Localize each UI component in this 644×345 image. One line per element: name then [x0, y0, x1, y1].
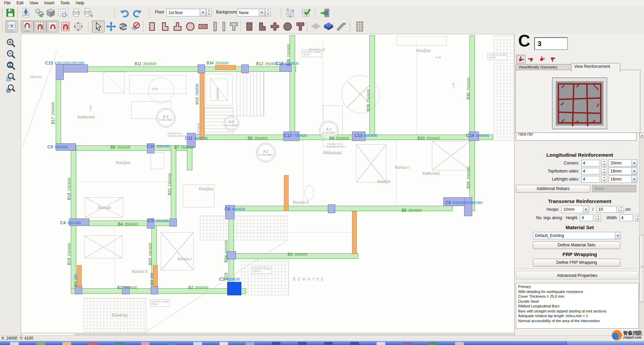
hoops-size-select[interactable]: 10mm▼: [561, 206, 589, 213]
chevron-down-icon[interactable]: ▼: [200, 9, 206, 16]
move-grid-button[interactable]: [72, 20, 85, 33]
toolbar-handle[interactable]: [143, 21, 145, 32]
delete-tool-button[interactable]: [129, 20, 142, 33]
hoops-spacing-input[interactable]: [597, 206, 617, 213]
taskbar-app-icon[interactable]: [377, 342, 385, 345]
background-spinner[interactable]: ▲▼: [265, 9, 271, 16]
column-circle-button[interactable]: [184, 20, 197, 33]
taskbar-app-icon[interactable]: [298, 342, 307, 345]
define-material-sets-button[interactable]: Define Material Sets: [533, 241, 620, 249]
plan-wall[interactable]: [200, 66, 204, 140]
toolbar-handle[interactable]: [281, 8, 282, 18]
toolbar-handle[interactable]: [240, 21, 242, 32]
filled-T-button[interactable]: [294, 20, 307, 33]
plan-wall[interactable]: [153, 265, 158, 289]
material-set-select[interactable]: Default_Existing▼: [533, 232, 621, 239]
export-dwg-button[interactable]: DWG: [19, 7, 32, 19]
chevron-down-icon[interactable]: ▼: [583, 206, 589, 213]
menu-edit[interactable]: Edit: [14, 0, 26, 6]
toolbar-handle[interactable]: [68, 8, 69, 18]
chevron-down-icon[interactable]: ▼: [259, 9, 265, 16]
taskbar-app-icon[interactable]: [193, 342, 202, 345]
orientation-button-3[interactable]: [537, 55, 546, 63]
leftright-count-input[interactable]: [581, 176, 600, 183]
orientation-button-1[interactable]: [516, 55, 526, 63]
plan-beam[interactable]: [369, 35, 375, 140]
taskbar-app-icon[interactable]: [272, 342, 281, 345]
plan-wall[interactable]: [77, 265, 82, 289]
chevron-down-icon[interactable]: ▼: [631, 176, 637, 183]
canvas-horizontal-scrollbar[interactable]: [21, 333, 514, 335]
toolbar-handle[interactable]: [350, 21, 351, 32]
zoom-selection-button[interactable]: [5, 83, 17, 94]
column-rect-button[interactable]: [146, 20, 158, 33]
view-dwg-button[interactable]: DWG: [5, 20, 18, 33]
taskbar-app-icon[interactable]: [350, 342, 359, 345]
grid-settings-button[interactable]: [56, 7, 68, 19]
rotate-tool-button[interactable]: [117, 20, 130, 33]
taskbar-app-icon[interactable]: [36, 342, 45, 345]
zoom-out-button[interactable]: [5, 49, 17, 60]
building-view-button[interactable]: [353, 20, 366, 33]
taskbar-app-icon[interactable]: [429, 342, 438, 345]
select-tool-button[interactable]: [92, 20, 105, 33]
taskbar-app-icon[interactable]: [115, 342, 123, 345]
additional-rebars-button[interactable]: Additional Rebars: [516, 185, 590, 193]
apply-grid-button[interactable]: [300, 7, 312, 19]
taskbar-app-icon[interactable]: [455, 342, 464, 345]
taskbar-app-icon[interactable]: [141, 342, 150, 345]
topbottom-spinner[interactable]: ▲▼: [601, 167, 607, 175]
corners-size-select[interactable]: 20mm▼: [608, 159, 637, 167]
taskbar-app-icon[interactable]: [167, 342, 176, 345]
section-size-listbox[interactable]: 750x750: [516, 133, 637, 141]
leftright-spinner[interactable]: ▲▼: [601, 176, 607, 183]
move-tool-button[interactable]: [105, 20, 117, 33]
plan-column[interactable]: [56, 64, 64, 80]
stairs-button[interactable]: [335, 20, 348, 33]
slab-solid-button[interactable]: [322, 20, 335, 33]
background-select[interactable]: None ▼: [237, 9, 265, 16]
drawing-canvas[interactable]: B11250/600B34250/600B12250/600B6250/600B…: [21, 34, 514, 335]
toolbar-handle[interactable]: [2, 21, 4, 32]
legs-height-spinner[interactable]: ▲▼: [595, 214, 601, 221]
print-button[interactable]: [70, 7, 83, 19]
undo-button[interactable]: [118, 7, 131, 19]
toolbar-handle[interactable]: [88, 21, 90, 32]
plan-column[interactable]: [241, 64, 249, 73]
chevron-down-icon[interactable]: ▼: [631, 160, 637, 166]
taskbar-app-icon[interactable]: [246, 342, 254, 345]
plan-wall[interactable]: [215, 65, 236, 70]
topbottom-count-input[interactable]: [581, 168, 600, 175]
floor-spinner[interactable]: ▲▼: [206, 9, 212, 16]
orientation-button-4[interactable]: [548, 55, 557, 63]
windows-taskbar[interactable]: [0, 341, 644, 345]
topbottom-size-select[interactable]: 16mm▼: [608, 167, 637, 175]
zoom-window-button[interactable]: [5, 71, 17, 83]
hoops-spacing-spinner[interactable]: ▲▼: [618, 206, 624, 213]
legs-width-input[interactable]: [620, 214, 633, 221]
legs-height-input[interactable]: [580, 214, 593, 221]
filled-L-button[interactable]: [256, 20, 268, 33]
save-button[interactable]: [4, 7, 17, 19]
plan-beam[interactable]: [71, 288, 246, 294]
plan-wall[interactable]: [284, 175, 289, 211]
toolbar-handle[interactable]: [149, 8, 151, 18]
taskbar-app-icon[interactable]: [324, 342, 333, 345]
zoom-extents-button[interactable]: [5, 60, 17, 71]
menu-insert[interactable]: Insert: [42, 0, 57, 6]
filled-cross-button[interactable]: [268, 20, 281, 33]
plan-column[interactable]: [75, 286, 82, 294]
leftright-size-select[interactable]: 16mm▼: [608, 176, 637, 183]
menu-view[interactable]: View: [27, 0, 41, 6]
taskbar-app-icon[interactable]: [10, 342, 19, 345]
scrollbar-thumb[interactable]: [640, 235, 644, 302]
filled-rect-button[interactable]: [243, 20, 256, 33]
element-number-input[interactable]: [534, 37, 568, 50]
snap-grid-color-button[interactable]: [34, 20, 46, 33]
exit-button[interactable]: [319, 7, 332, 19]
toolbar-handle[interactable]: [17, 8, 19, 18]
plan-column[interactable]: [198, 64, 205, 73]
taskbar-app-icon[interactable]: [89, 342, 97, 345]
snap-grid-button[interactable]: [46, 20, 59, 33]
taskbar-app-icon[interactable]: [219, 342, 228, 345]
